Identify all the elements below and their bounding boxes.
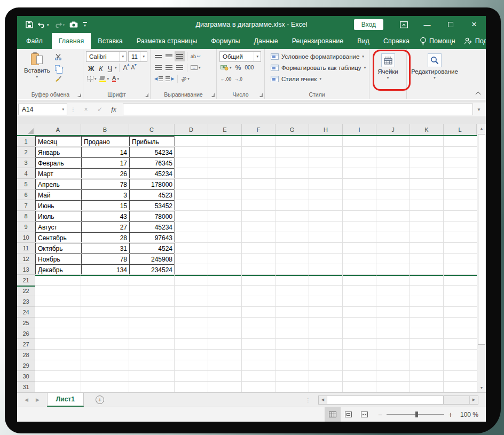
camera-icon[interactable] [69,21,78,28]
table-header-cell[interactable]: Прибыль [130,137,175,147]
clipboard-dialog-launcher[interactable] [77,93,81,97]
row-header-21[interactable]: 21 [17,275,35,286]
row-header-6[interactable]: 6 [17,189,35,200]
expand-formula-bar-icon[interactable]: ▼ [473,107,485,112]
wrap-text-button[interactable]: ab↩ [190,51,202,61]
ribbon-tab[interactable]: Вставка [91,33,129,49]
underline-button[interactable]: Ч [106,63,114,73]
ribbon-tab[interactable]: Вид [350,33,376,49]
table-cell[interactable]: 28 [82,233,130,243]
undo-button[interactable]: ▾ [38,21,49,28]
table-cell[interactable]: 54234 [130,147,175,158]
ribbon-tab[interactable]: Данные [247,33,285,49]
redo-button[interactable]: ▾ [54,21,65,28]
shrink-font-button[interactable]: A▼ [130,65,137,70]
row-header-25[interactable]: 25 [17,318,35,328]
editing-button[interactable]: Редактирование ▾ [410,52,460,81]
vertical-scroll-thumb[interactable] [478,134,485,345]
row-header-7[interactable]: 7 [17,200,35,211]
row-header-29[interactable]: 29 [17,360,35,371]
column-header-K[interactable]: K [410,124,444,135]
table-cell[interactable]: 4523 [130,190,175,201]
row-header-4[interactable]: 4 [17,168,35,179]
formula-bar-splitter[interactable]: ⋮ [67,107,79,113]
name-box-dropdown-icon[interactable]: ▾ [59,107,67,112]
grow-font-button[interactable]: A▲ [122,64,129,72]
font-name-combo[interactable]: Calibri▾ [86,51,127,62]
column-header-C[interactable]: C [129,124,175,135]
collapse-ribbon-icon[interactable] [476,91,481,96]
align-center-button[interactable] [164,62,174,73]
row-header-24[interactable]: 24 [17,307,35,318]
column-header-I[interactable]: I [343,124,376,135]
sign-in-button[interactable]: Вход [354,19,383,30]
table-cell[interactable]: Май [36,190,82,201]
cell-styles-button[interactable]: Стили ячеек▾ [269,73,366,84]
fill-color-button[interactable]: ▾ [98,74,111,84]
select-all-corner[interactable] [17,124,35,135]
undo-dropdown-icon[interactable]: ▾ [47,23,49,27]
zoom-slider[interactable] [387,414,444,415]
sheet-tab[interactable]: Лист1 [47,393,84,407]
row-header-8[interactable]: 8 [17,211,35,222]
font-size-combo[interactable]: 11▾ [128,51,147,62]
cut-button[interactable] [53,52,65,62]
increase-indent-button[interactable]: ▶ [164,74,175,84]
table-cell[interactable]: Февраль [36,158,82,169]
table-cell[interactable]: Сентябрь [36,233,82,243]
table-cell[interactable]: Июнь [36,201,82,211]
row-header-12[interactable]: 12 [17,254,35,264]
scroll-down-icon[interactable]: ▼ [477,383,486,392]
merge-center-button[interactable]: ↔▾ [190,62,202,73]
cancel-entry-icon[interactable]: × [79,106,93,113]
table-cell[interactable]: 78 [82,254,130,265]
table-header-cell[interactable]: Продано [82,137,130,147]
table-cell[interactable]: 234524 [130,265,175,275]
decrease-decimal-button[interactable]: →.0 [233,74,243,84]
normal-view-button[interactable] [325,407,341,422]
horizontal-scrollbar[interactable]: ◀ ▶ [318,396,478,405]
row-header-3[interactable]: 3 [17,157,35,168]
row-header-11[interactable]: 11 [17,243,35,254]
table-cell[interactable]: 245908 [130,254,175,265]
align-bottom-button[interactable] [175,51,185,61]
table-cell[interactable]: 78000 [130,211,175,222]
table-cell[interactable]: 26 [82,169,130,179]
tell-me-button[interactable]: Помощн [416,37,459,45]
font-color-button[interactable]: А▾ [111,74,121,84]
cells-button[interactable]: Ячейки ▾ [372,52,404,81]
row-header-30[interactable]: 30 [17,371,35,382]
maximize-button[interactable] [439,16,462,33]
column-header-B[interactable]: B [81,124,129,135]
row-header-10[interactable]: 10 [17,232,35,243]
table-cell[interactable]: Октябрь [36,243,82,254]
vertical-scrollbar[interactable]: ▲ ▼ [477,124,486,392]
orientation-button[interactable]: ab▾ [180,74,191,84]
share-button[interactable]: Поделиться [461,37,486,45]
next-sheet-icon[interactable]: ▶ [36,397,40,402]
italic-button[interactable]: К [97,63,105,73]
table-cell[interactable]: 31 [82,243,130,254]
row-header-23[interactable]: 23 [17,296,35,307]
percent-style-button[interactable]: % [233,62,243,73]
redo-dropdown-icon[interactable]: ▾ [63,23,65,27]
accounting-format-button[interactable]: ▾ [219,62,233,73]
cells-canvas[interactable]: МесяцПроданоПрибыльЯнварь1454234Февраль1… [35,136,477,392]
ribbon-tab[interactable]: Главная [52,33,91,49]
tabstrip-splitter[interactable]: ⋮ [302,397,314,403]
ribbon-tab[interactable]: Файл [17,33,52,49]
table-cell[interactable]: Ноябрь [36,254,82,265]
table-cell[interactable]: 45234 [130,169,175,179]
row-header-27[interactable]: 27 [17,339,35,350]
save-icon[interactable] [26,21,33,28]
table-cell[interactable]: 27 [82,222,130,233]
table-header-cell[interactable]: Месяц [36,137,82,147]
comma-style-button[interactable]: 000 [244,62,255,73]
table-cell[interactable]: Январь [36,147,82,158]
table-cell[interactable]: 17 [82,158,130,169]
name-box[interactable]: A14▾ [18,104,67,115]
column-header-H[interactable]: H [309,124,343,135]
customize-qat-icon[interactable]: ▾ [83,22,87,27]
column-header-D[interactable]: D [175,124,208,135]
zoom-out-button[interactable]: − [378,410,382,419]
